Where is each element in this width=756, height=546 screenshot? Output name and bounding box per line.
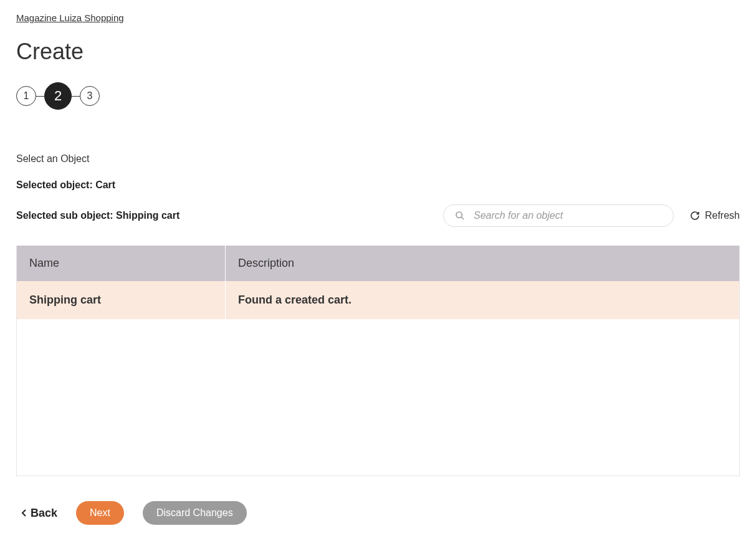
section-label: Select an Object	[16, 153, 740, 165]
svg-line-1	[461, 217, 464, 219]
discard-button[interactable]: Discard Changes	[143, 501, 247, 525]
search-icon	[455, 211, 465, 221]
search-box[interactable]	[443, 204, 674, 227]
refresh-label: Refresh	[705, 210, 740, 221]
back-label: Back	[31, 507, 57, 520]
table-header-name: Name	[17, 246, 226, 281]
footer-actions: Back Next Discard Changes	[16, 501, 740, 525]
table-cell-name: Shipping cart	[17, 281, 226, 319]
refresh-button[interactable]: Refresh	[690, 210, 740, 221]
page-title: Create	[16, 39, 740, 65]
table-header-description: Description	[226, 246, 739, 281]
step-3[interactable]: 3	[80, 86, 100, 106]
svg-point-0	[456, 212, 462, 218]
chevron-left-icon	[21, 509, 27, 517]
breadcrumb[interactable]: Magazine Luiza Shopping	[16, 12, 124, 23]
step-connector	[36, 96, 44, 97]
search-input[interactable]	[474, 210, 662, 221]
table-header: Name Description	[17, 246, 739, 281]
table-cell-description: Found a created cart.	[226, 281, 739, 319]
selected-object-text: Selected object: Cart	[16, 180, 740, 191]
step-1[interactable]: 1	[16, 86, 36, 106]
refresh-icon	[690, 211, 700, 221]
stepper: 1 2 3	[16, 82, 740, 110]
table-row[interactable]: Shipping cart Found a created cart.	[17, 281, 739, 319]
selected-sub-object-text: Selected sub object: Shipping cart	[16, 210, 179, 221]
next-button[interactable]: Next	[76, 501, 124, 525]
object-table: Name Description Shipping cart Found a c…	[16, 246, 740, 476]
step-connector	[72, 96, 80, 97]
step-2[interactable]: 2	[44, 82, 72, 110]
back-button[interactable]: Back	[21, 507, 57, 520]
